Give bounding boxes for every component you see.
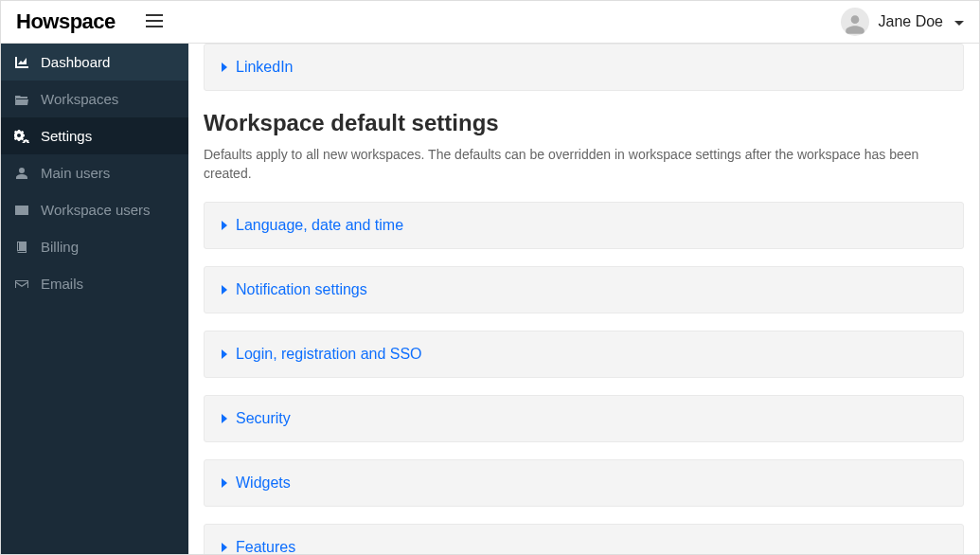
- sidebar-item-label: Settings: [41, 128, 92, 144]
- sidebar-item-label: Emails: [41, 276, 83, 292]
- book-icon: [14, 240, 29, 255]
- svg-rect-2: [146, 26, 163, 27]
- sidebar-item-label: Main users: [41, 165, 110, 181]
- accordion-widgets[interactable]: Widgets: [204, 459, 964, 507]
- caret-down-icon: [954, 13, 964, 30]
- sidebar-item-emails[interactable]: Emails: [1, 265, 188, 302]
- accordion-label: Notification settings: [236, 281, 367, 298]
- caret-right-icon: [222, 410, 228, 427]
- sidebar-item-label: Workspaces: [41, 91, 118, 107]
- accordion-label: Language, date and time: [236, 217, 403, 234]
- app-logo: Howspace: [16, 9, 116, 34]
- hamburger-icon: [146, 17, 163, 31]
- sidebar-item-settings[interactable]: Settings: [1, 117, 188, 154]
- avatar: [841, 8, 869, 36]
- caret-right-icon: [222, 217, 228, 234]
- sidebar-item-billing[interactable]: Billing: [1, 228, 188, 265]
- section-heading: Workspace default settings: [204, 110, 964, 136]
- accordion-label: Security: [236, 410, 291, 427]
- header: Howspace Jane Doe: [1, 1, 979, 44]
- accordion-login[interactable]: Login, registration and SSO: [204, 331, 964, 378]
- cogs-icon: [14, 129, 29, 144]
- envelope-icon: [14, 277, 29, 292]
- address-card-icon: [14, 203, 29, 218]
- svg-rect-0: [146, 14, 163, 16]
- sidebar-item-main-users[interactable]: Main users: [1, 154, 188, 191]
- accordion-label: LinkedIn: [236, 59, 294, 76]
- caret-right-icon: [222, 539, 228, 555]
- sidebar-item-workspaces[interactable]: Workspaces: [1, 81, 188, 117]
- accordion-linkedin[interactable]: LinkedIn: [204, 44, 964, 91]
- sidebar-item-label: Dashboard: [41, 54, 110, 70]
- caret-right-icon: [222, 346, 228, 363]
- user-icon: [14, 166, 29, 181]
- chart-area-icon: [14, 55, 29, 70]
- sidebar-item-label: Workspace users: [41, 202, 151, 218]
- content-area: LinkedIn Workspace default settings Defa…: [188, 44, 979, 555]
- section-description: Defaults apply to all new workspaces. Th…: [204, 146, 964, 183]
- sidebar-item-workspace-users[interactable]: Workspace users: [1, 191, 188, 228]
- folder-open-icon: [14, 92, 29, 107]
- user-menu[interactable]: Jane Doe: [841, 8, 965, 36]
- accordion-security[interactable]: Security: [204, 395, 964, 442]
- accordion-features[interactable]: Features: [204, 524, 964, 555]
- accordion-label: Login, registration and SSO: [236, 346, 422, 363]
- sidebar: Dashboard Workspaces Settings Main users…: [1, 44, 188, 555]
- caret-right-icon: [222, 474, 228, 492]
- accordion-label: Widgets: [236, 474, 291, 492]
- accordion-label: Features: [236, 539, 295, 555]
- hamburger-menu-button[interactable]: [142, 9, 167, 35]
- user-name-label: Jane Doe: [879, 13, 944, 30]
- caret-right-icon: [222, 59, 228, 76]
- accordion-language[interactable]: Language, date and time: [204, 202, 964, 249]
- accordion-notification[interactable]: Notification settings: [204, 266, 964, 313]
- svg-rect-1: [146, 20, 163, 22]
- sidebar-item-label: Billing: [41, 239, 79, 255]
- caret-right-icon: [222, 281, 228, 298]
- sidebar-item-dashboard[interactable]: Dashboard: [1, 44, 188, 81]
